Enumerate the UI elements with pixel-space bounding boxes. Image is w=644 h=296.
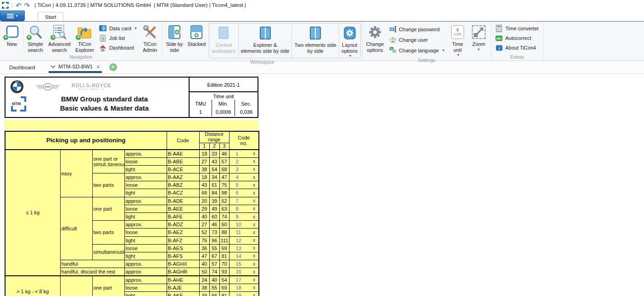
- table-cell: 38: [199, 165, 209, 173]
- table-cell: handful: [60, 260, 124, 268]
- job-list-button[interactable]: Job list: [98, 34, 138, 43]
- table-cell: approx.: [124, 197, 167, 205]
- dashboard-button[interactable]: Dashboard: [98, 44, 138, 52]
- code-no-cell[interactable]: 18x: [229, 284, 259, 291]
- table-cell: 47: [219, 173, 229, 181]
- time-unit-button[interactable]: s0.000 Time unit▾: [447, 22, 468, 57]
- code-no-cell[interactable]: 17x: [229, 276, 259, 284]
- data-card-button[interactable]: Data card ▾: [98, 24, 138, 33]
- table-cell: 57: [219, 157, 229, 165]
- standard-data-table-body: ≤ 1 kgeasyone part or simul□taneouslyapp…: [5, 150, 259, 296]
- table-cell: 96: [209, 236, 219, 244]
- table-cell: simultaneously: [92, 244, 124, 260]
- table-cell: 24: [199, 276, 209, 284]
- code-no-cell[interactable]: 10x: [229, 221, 259, 229]
- table-cell: 67: [209, 252, 219, 260]
- stacked-button[interactable]: Stacked: [185, 22, 208, 59]
- table-cell: two parts: [92, 173, 124, 197]
- column-header-code: Code: [167, 131, 199, 150]
- table-cell: one part: [92, 197, 124, 221]
- code-no-cell[interactable]: 8x: [229, 205, 259, 212]
- table-cell: 69: [219, 284, 229, 291]
- table-cell: tight: [124, 291, 167, 296]
- table-row: ≤ 1 kgeasyone part or simul□taneouslyapp…: [5, 150, 259, 157]
- svg-text:BMW: BMW: [15, 80, 19, 82]
- code-no-cell[interactable]: 14x: [229, 252, 259, 260]
- explorer-elements-side-by-side-button[interactable]: Explorer & elements side by side: [238, 23, 292, 58]
- table-cell: 49: [209, 205, 219, 212]
- change-language-button[interactable]: deen Change language ▾: [388, 46, 445, 55]
- tab-dashboard[interactable]: Dashboard: [8, 62, 36, 73]
- code-no-cell[interactable]: 2x: [229, 157, 259, 165]
- gear-icon: [367, 24, 383, 40]
- column-header-d2: 2: [209, 143, 219, 150]
- code-no-cell[interactable]: 19x: [229, 291, 259, 296]
- code-no-cell[interactable]: 1x: [229, 150, 259, 157]
- code-no-cell[interactable]: 11x: [229, 229, 259, 236]
- table-cell: 98: [219, 189, 229, 197]
- code-no-cell[interactable]: 15x: [229, 260, 259, 268]
- table-cell: 111: [219, 236, 229, 244]
- about-ticon4-button[interactable]: i About TiCon4: [494, 44, 540, 52]
- code-no-cell[interactable]: 5x: [229, 181, 259, 189]
- ticon-admin-button[interactable]: TiCon Admin: [140, 22, 161, 54]
- code-no-cell[interactable]: 6x: [229, 189, 259, 197]
- code-no-cell[interactable]: 7x: [229, 197, 259, 205]
- bmw-logo-icon: BMW: [10, 80, 24, 94]
- side-by-side-button[interactable]: Side by side: [164, 22, 185, 59]
- redo-button[interactable]: ↷: [24, 2, 30, 9]
- table-cell: approx.: [124, 221, 167, 229]
- advanced-search-button[interactable]: + Advanced search: [46, 22, 73, 54]
- undo-button[interactable]: ↶: [16, 2, 22, 9]
- close-icon[interactable]: ×: [96, 64, 100, 70]
- divider: |: [11, 2, 13, 8]
- table-cell: 93: [219, 268, 229, 276]
- add-tab-button[interactable]: +: [109, 63, 117, 71]
- table-cell: loose: [124, 244, 167, 252]
- home-icon: [99, 44, 107, 52]
- change-password-button[interactable]: Change password: [388, 25, 445, 34]
- two-elements-side-by-side-button[interactable]: Two elements side by side: [291, 23, 338, 58]
- ticon-explorer-button[interactable]: + TiCon Explorer: [73, 22, 96, 54]
- change-options-button[interactable]: Change options: [364, 22, 386, 57]
- time-converter-button[interactable]: Time converter: [494, 24, 540, 33]
- new-button[interactable]: + New: [1, 22, 22, 54]
- split-panel-icon: [307, 25, 324, 41]
- code-no-cell[interactable]: 4x: [229, 173, 259, 181]
- table-cell: 29: [199, 205, 209, 212]
- table-cell: B-AHE: [167, 276, 199, 284]
- search-icon: +: [27, 24, 44, 40]
- table-cell: B-AES: [167, 244, 199, 252]
- tab-mtm-sd-bw1[interactable]: MTM-SD-BW1 ×: [49, 62, 101, 73]
- advanced-search-icon: +: [51, 24, 67, 40]
- layout-options-button[interactable]: Layout options▾: [339, 23, 360, 58]
- change-user-button[interactable]: Change user: [388, 35, 445, 44]
- group-label-workspace: Workspace: [164, 59, 361, 66]
- table-cell: B-AGHR: [167, 268, 199, 276]
- code-no-cell[interactable]: 13x: [229, 244, 259, 252]
- code-no-cell[interactable]: 3x: [229, 165, 259, 173]
- zoom-button[interactable]: Zoom▾: [468, 22, 489, 57]
- table-cell: 66: [209, 291, 219, 296]
- autocorrect-button[interactable]: abc Autocorrect: [494, 34, 540, 43]
- table-cell: B-ADZ: [167, 221, 199, 229]
- group-label-settings: Settings: [364, 57, 489, 64]
- user-icon: [389, 36, 397, 44]
- language-icon: deen: [389, 46, 397, 54]
- table-cell: 40: [209, 276, 219, 284]
- ribbon-tab-start[interactable]: Start: [38, 12, 63, 21]
- application-menu-button[interactable]: ▾: [0, 11, 25, 21]
- code-no-cell[interactable]: 16x: [229, 268, 259, 276]
- table-cell: 52: [219, 197, 229, 205]
- table-cell: 43: [199, 181, 209, 189]
- table-cell: one part: [92, 276, 124, 296]
- active-tab-label: MTM-SD-BW1: [58, 64, 93, 69]
- table-cell: 46: [219, 150, 229, 157]
- table-cell: 66: [199, 189, 209, 197]
- code-no-cell[interactable]: 12x: [229, 236, 259, 244]
- code-no-cell[interactable]: 9x: [229, 213, 259, 221]
- gear-panel-icon: [342, 25, 358, 41]
- table-cell: 74: [209, 268, 219, 276]
- table-cell: 33: [209, 150, 219, 157]
- simple-search-button[interactable]: + Simple search: [25, 22, 46, 54]
